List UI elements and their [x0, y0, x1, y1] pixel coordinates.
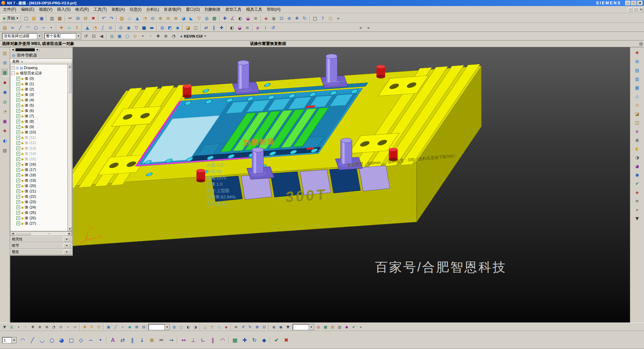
- measure-icon[interactable]: ⌀: [634, 127, 641, 135]
- menu-format[interactable]: 格式(R): [73, 6, 91, 13]
- tree-item-body[interactable]: ✔ ◆ 体 (5): [11, 103, 72, 108]
- select-edge-icon[interactable]: ╱: [112, 324, 119, 330]
- layer-visible-icon[interactable]: ≡: [634, 197, 641, 205]
- checkbox-icon[interactable]: ✔: [16, 206, 20, 209]
- assembly-constraints-icon[interactable]: ∥: [210, 24, 218, 31]
- checkbox-icon[interactable]: ✔: [16, 93, 20, 97]
- expand-icon[interactable]: »: [634, 206, 641, 213]
- view-triad-icon[interactable]: ✚: [634, 49, 641, 56]
- extrude-icon[interactable]: ▲: [133, 15, 141, 22]
- navigator-section-header[interactable]: 细节 ▼: [10, 242, 72, 249]
- end-point-icon[interactable]: •: [139, 33, 147, 40]
- save-icon[interactable]: ▣: [38, 15, 46, 22]
- parallel-icon[interactable]: ∥: [208, 336, 218, 345]
- combo-arrow-icon[interactable]: ▼: [37, 33, 42, 39]
- scroll-left-icon[interactable]: ◀: [10, 232, 15, 236]
- tree-item-body[interactable]: ✔ ◆ 体 (3): [11, 92, 72, 97]
- scroll-thumb[interactable]: [15, 232, 31, 235]
- side-view-icon[interactable]: ▦: [634, 84, 641, 91]
- minimize-button[interactable]: ─: [625, 1, 631, 5]
- checkbox-icon[interactable]: ✔: [16, 211, 20, 215]
- front-view-icon[interactable]: ▤: [634, 66, 641, 74]
- unite-icon[interactable]: ⊕: [157, 15, 164, 22]
- check-mate-icon[interactable]: ✔: [634, 180, 641, 187]
- tree-item-body[interactable]: ✔ ◆ 体 (13): [11, 146, 72, 151]
- graphics-window[interactable]: 300T 自重:12C 料宽:66 模高:1370 料厚:1.0 基准:上型面 …: [10, 47, 630, 323]
- shell-icon[interactable]: ◍: [203, 15, 211, 22]
- checkbox-icon[interactable]: ✔: [16, 200, 20, 204]
- reuse-library-icon[interactable]: ◆: [1, 78, 9, 86]
- redo-view-icon[interactable]: ↻: [247, 324, 254, 330]
- tree-item-body[interactable]: ✔ ◆ 体 (15): [11, 156, 72, 162]
- menu-tools[interactable]: 工具(T): [91, 6, 109, 13]
- tree-item-body[interactable]: ✔ ◆ 体 (27): [11, 221, 72, 226]
- line-icon[interactable]: ╱: [16, 24, 24, 31]
- trim-body-icon[interactable]: ◪: [184, 24, 192, 31]
- expand-right-icon[interactable]: ▶: [36, 48, 40, 52]
- layer-settings-icon[interactable]: ≡: [244, 24, 251, 31]
- studio-spline-icon[interactable]: ∼: [86, 336, 96, 345]
- select-scope-icon[interactable]: ⊡: [90, 33, 98, 40]
- move-object-icon[interactable]: ✚: [221, 15, 229, 22]
- tree-item-body[interactable]: ✔ ◆ 体 (16): [11, 162, 72, 167]
- name-column-header[interactable]: 名称 ▲: [10, 59, 72, 64]
- layer-settings-icon[interactable]: ≡: [252, 15, 260, 22]
- shaded-view-icon[interactable]: ◍: [171, 324, 178, 330]
- tangent-icon[interactable]: ◠: [218, 336, 227, 345]
- dimension-icon[interactable]: ↔: [179, 336, 189, 345]
- menu-insert[interactable]: 插入(S): [55, 6, 73, 13]
- overflow-icon[interactable]: »: [357, 324, 364, 330]
- tree-item-body[interactable]: ✔ ◆ 体 (18): [11, 172, 72, 178]
- combo-arrow-icon[interactable]: ▼: [309, 324, 314, 330]
- trim-body-icon[interactable]: ▽: [195, 15, 203, 22]
- chamfer-icon[interactable]: ◣: [187, 15, 195, 22]
- boss-icon[interactable]: ◉: [125, 24, 132, 31]
- checkbox-icon[interactable]: ✔: [16, 147, 20, 150]
- menu-window[interactable]: 窗口(O): [183, 6, 202, 13]
- plane-grid-icon[interactable]: ▤: [329, 324, 336, 330]
- tree-horizontal-scrollbar[interactable]: ◀ ≡ ▶: [10, 231, 72, 236]
- tree-item-body[interactable]: ✔ ◆ 体 (7): [11, 113, 72, 119]
- open-icon[interactable]: ▤: [30, 15, 38, 22]
- measure-distance-icon[interactable]: ∠: [229, 15, 236, 22]
- mid-point-icon[interactable]: ◦: [147, 33, 154, 40]
- select-assembly-icon[interactable]: ⊟: [140, 324, 147, 330]
- studio-render-icon[interactable]: ◕: [634, 162, 641, 170]
- start-menu-button[interactable]: ▶ 开始 ▼: [1, 14, 21, 22]
- refresh-icon[interactable]: ↺: [269, 24, 277, 31]
- isometric-view-icon[interactable]: ◇: [634, 93, 641, 100]
- assembly-navigator-icon[interactable]: ▤: [1, 49, 9, 57]
- pocket-icon[interactable]: ▽: [132, 24, 140, 31]
- tree-item-drawing[interactable]: + ◷ ▤ Drawing: [11, 65, 72, 70]
- studio-shade-icon[interactable]: ◑: [192, 324, 199, 330]
- selection-scope-combo[interactable]: 整个装配 ▼: [44, 33, 81, 39]
- clip-up-icon[interactable]: △: [202, 324, 209, 330]
- tree-item-body[interactable]: ✔ ◆ 体 (10): [11, 129, 72, 135]
- curve-icon[interactable]: ≈: [9, 24, 16, 31]
- web-browser-icon[interactable]: ◎: [1, 98, 9, 105]
- menu-assemblies[interactable]: 装配(A): [109, 6, 127, 13]
- restore-selection-icon[interactable]: ↺: [82, 33, 90, 40]
- apply-icon[interactable]: ✔: [350, 324, 357, 330]
- gem-icon[interactable]: ◆: [343, 324, 350, 330]
- section-chevron-icon[interactable]: ▼: [63, 237, 70, 242]
- tree-item-body[interactable]: ✔ ◆ 体 (14): [11, 151, 72, 156]
- shadow-icon[interactable]: ◑: [634, 154, 641, 161]
- subtract-icon[interactable]: ⊖: [164, 15, 172, 22]
- select-edge-icon[interactable]: ○: [123, 33, 131, 40]
- menu-edit[interactable]: 编辑(E): [18, 6, 37, 13]
- show-hide-icon[interactable]: ◐: [236, 15, 244, 22]
- window-select-icon[interactable]: ⊠: [254, 324, 261, 330]
- clip-section-icon[interactable]: ◫: [634, 119, 641, 126]
- constraint-navigator-icon[interactable]: ⊞: [1, 59, 9, 66]
- doc-restore-button[interactable]: □: [633, 7, 638, 12]
- overflow-left-icon[interactable]: »: [357, 24, 365, 31]
- system-scenes-icon[interactable]: ▨: [1, 147, 9, 154]
- show-hide-icon[interactable]: ◐: [228, 24, 236, 31]
- checkbox-icon[interactable]: ✔: [16, 88, 20, 91]
- rectangle-icon[interactable]: □: [66, 336, 76, 345]
- arc-center-icon[interactable]: ⊕: [43, 324, 50, 330]
- navigator-resize-handle[interactable]: ◀ ▶: [10, 47, 72, 52]
- zoom-view-icon[interactable]: ⊕: [285, 15, 293, 22]
- select-body-icon[interactable]: ◆: [126, 324, 133, 330]
